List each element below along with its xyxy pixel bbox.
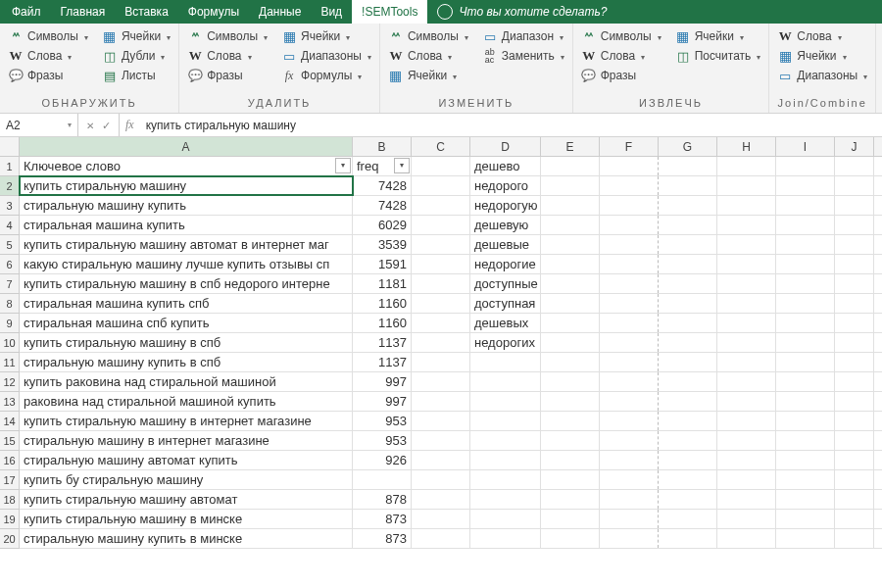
cell[interactable] — [600, 255, 659, 273]
cell[interactable]: стиральная машина купить — [20, 216, 353, 234]
cell[interactable] — [412, 392, 470, 411]
ribbon-btn-ячейки[interactable]: Ячейки — [279, 27, 373, 45]
cell[interactable] — [412, 470, 470, 489]
cell[interactable] — [776, 274, 835, 293]
cell[interactable] — [600, 216, 659, 234]
cell[interactable] — [470, 470, 541, 489]
row-header-16[interactable]: 16 — [0, 451, 19, 470]
cell[interactable] — [470, 451, 541, 469]
filter-dropdown-icon[interactable] — [394, 158, 410, 173]
cell[interactable] — [541, 470, 600, 489]
cell[interactable]: 1137 — [353, 333, 412, 352]
cell[interactable] — [835, 176, 874, 195]
cell[interactable] — [600, 490, 659, 509]
cell[interactable] — [776, 353, 835, 371]
cell[interactable]: 1591 — [353, 255, 412, 273]
ribbon-btn-листы[interactable]: Листы — [100, 67, 172, 84]
cell[interactable]: недорого — [470, 176, 541, 195]
cell[interactable] — [541, 529, 600, 548]
cell[interactable] — [776, 470, 835, 489]
cell[interactable] — [541, 353, 600, 371]
cell[interactable] — [835, 314, 874, 332]
cell[interactable] — [776, 510, 835, 528]
cell[interactable]: купить бу стиральную машину — [20, 470, 353, 489]
cell[interactable] — [600, 392, 659, 411]
cell[interactable] — [412, 510, 470, 528]
cell[interactable]: купить стиральную машину автомат в интер… — [20, 235, 353, 254]
formula-input[interactable]: купить стиральную машину — [140, 114, 882, 136]
cell[interactable] — [776, 392, 835, 411]
cell[interactable] — [412, 216, 470, 234]
row-header-18[interactable]: 18 — [0, 490, 19, 510]
ribbon-btn-символы[interactable]: ᴬᴬСимволы — [185, 27, 270, 45]
cell[interactable] — [776, 157, 835, 175]
menu-вставка[interactable]: Вставка — [115, 0, 178, 24]
cell[interactable] — [659, 451, 717, 469]
cell[interactable] — [412, 235, 470, 254]
cell[interactable] — [470, 490, 541, 509]
cell[interactable] — [717, 372, 776, 391]
cell[interactable] — [776, 529, 835, 548]
cell[interactable] — [659, 274, 717, 293]
cell[interactable] — [541, 255, 600, 273]
cell[interactable] — [717, 216, 776, 234]
ribbon-btn-фразы[interactable]: Фразы — [579, 67, 663, 84]
row-header-15[interactable]: 15 — [0, 431, 19, 451]
cell[interactable]: 953 — [353, 431, 412, 450]
cell[interactable] — [717, 255, 776, 273]
filter-dropdown-icon[interactable] — [335, 158, 351, 173]
cell[interactable] — [412, 196, 470, 215]
fx-icon[interactable]: fx — [120, 114, 140, 136]
cell[interactable]: купить раковина над стиральной машиной — [20, 372, 353, 391]
cell[interactable] — [659, 490, 717, 509]
cell[interactable]: недорогих — [470, 333, 541, 352]
cell[interactable] — [776, 216, 835, 234]
cell[interactable] — [717, 490, 776, 509]
cell[interactable] — [659, 510, 717, 528]
menu-главная[interactable]: Главная — [51, 0, 116, 24]
cell[interactable] — [776, 372, 835, 391]
cell[interactable] — [600, 353, 659, 371]
cell[interactable] — [600, 294, 659, 313]
cell[interactable] — [717, 451, 776, 469]
ribbon-btn-заменить[interactable]: abacЗаменить — [480, 47, 566, 65]
cell[interactable]: стиральную машину купить в спб — [20, 353, 353, 371]
cell[interactable] — [412, 431, 470, 450]
cell[interactable] — [776, 412, 835, 430]
cell[interactable] — [659, 196, 717, 215]
cell[interactable] — [659, 412, 717, 430]
cell[interactable]: 7428 — [353, 176, 412, 195]
cell[interactable] — [717, 196, 776, 215]
cell[interactable] — [659, 372, 717, 391]
cell[interactable] — [659, 235, 717, 254]
cell[interactable] — [412, 412, 470, 430]
cell[interactable]: 1160 — [353, 294, 412, 313]
row-header-9[interactable]: 9 — [0, 314, 19, 333]
col-header-G[interactable]: G — [659, 137, 717, 156]
cell[interactable] — [659, 255, 717, 273]
cell[interactable] — [412, 529, 470, 548]
cell[interactable] — [835, 372, 874, 391]
cell[interactable]: стиральную машину в интернет магазине — [20, 431, 353, 450]
cell[interactable] — [835, 470, 874, 489]
cell[interactable] — [717, 176, 776, 195]
tell-me-search[interactable]: Что вы хотите сделать? — [427, 0, 616, 24]
cell[interactable] — [835, 490, 874, 509]
row-header-20[interactable]: 20 — [0, 529, 19, 549]
cell[interactable] — [776, 176, 835, 195]
ribbon-btn-символы[interactable]: ᴬᴬСимволы — [386, 27, 470, 45]
ribbon-btn-формулы[interactable]: fxФормулы — [279, 67, 373, 84]
ribbon-btn-символы[interactable]: ᴬᴬСимволы — [6, 27, 90, 45]
cell[interactable] — [659, 314, 717, 332]
cell[interactable] — [659, 294, 717, 313]
cell[interactable]: купить стиральную машину — [20, 176, 353, 195]
cell[interactable] — [717, 431, 776, 450]
cell[interactable]: купить стиральную машину автомат — [20, 490, 353, 509]
ribbon-btn-фразы[interactable]: Фразы — [185, 67, 270, 84]
cell[interactable] — [541, 451, 600, 469]
cell[interactable] — [835, 333, 874, 352]
cell[interactable]: какую стиральную машину лучше купить отз… — [20, 255, 353, 273]
ribbon-btn-ячейки[interactable]: Ячейки — [100, 27, 172, 45]
cell[interactable] — [600, 196, 659, 215]
cell[interactable] — [835, 235, 874, 254]
